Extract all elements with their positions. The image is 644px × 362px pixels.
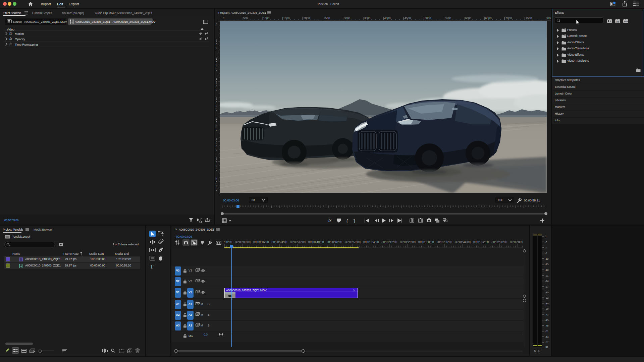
svg-text:0: 0 [216,84,217,88]
svg-text:fx: fx [328,218,332,223]
svg-text:0: 0 [216,128,217,131]
svg-text:-39: -39 [545,307,549,310]
svg-text:0: 0 [216,181,217,184]
svg-text:0: 0 [216,88,217,92]
svg-text:0: 0 [216,64,217,68]
svg-text:32: 32 [616,20,619,23]
svg-text:0: 0 [216,184,217,188]
svg-text:-51: -51 [545,330,549,333]
svg-text:0: 0 [216,164,217,168]
svg-text:5: 5 [216,81,217,84]
svg-text:00:01:36:00: 00:01:36:00 [437,240,452,244]
svg-text:1: 1 [216,77,217,80]
svg-text:00:00:56:00: 00:00:56:00 [345,240,361,244]
svg-text:-12: -12 [545,257,549,260]
svg-text:0: 0 [216,124,217,128]
svg-text:0: 0 [216,168,217,171]
svg-text:-24: -24 [545,280,549,283]
svg-text:4: 4 [216,177,217,180]
svg-text:1: 1 [216,57,217,60]
svg-text:-21: -21 [545,274,549,277]
svg-text:5: 5 [216,39,217,42]
svg-text:2: 2 [216,97,217,100]
svg-text:00:01:28:00: 00:01:28:00 [418,240,434,244]
svg-text:0: 0 [223,16,224,20]
svg-text:00:01:12:00: 00:01:12:00 [382,240,397,244]
svg-text:-3: -3 [545,241,547,244]
svg-text:00:01:20:00: 00:01:20:00 [400,240,416,244]
svg-text:0: 0 [216,43,217,46]
svg-text:0: 0 [216,68,217,71]
svg-text:00:00:40:00: 00:00:40:00 [308,240,324,244]
svg-text:0: 0 [216,148,217,152]
svg-text:-36: -36 [545,302,549,305]
svg-text:0: 0 [216,144,217,148]
svg-text:0: 0 [216,61,217,64]
svg-text:00:01:04:00: 00:01:04:00 [363,240,379,244]
svg-text:-9: -9 [545,252,547,255]
svg-text:dB: dB [545,346,548,349]
svg-text:-42: -42 [545,313,549,316]
svg-text:00:02:08:00: 00:02:08:00 [510,240,523,244]
svg-text:00:00:00:00: 00:00:00:00 [224,240,232,244]
svg-text:500: 500 [243,16,248,20]
svg-text:5: 5 [216,161,217,164]
svg-text:-45: -45 [545,319,549,322]
svg-text:-57: -57 [545,341,549,344]
svg-text:3: 3 [216,137,217,140]
svg-text:YUV: YUV [624,20,628,22]
svg-text:0: 0 [216,22,217,26]
svg-text:-54: -54 [545,336,549,339]
svg-text:00:02:00:00: 00:02:00:00 [492,240,507,244]
svg-text:-33: -33 [545,296,549,299]
svg-text:-18: -18 [545,268,549,272]
svg-text:00:01:44:00: 00:01:44:00 [455,240,471,244]
svg-text:-15: -15 [545,263,549,266]
svg-text:5: 5 [216,121,217,124]
svg-text:8000: 8000 [546,16,551,20]
svg-text:00:00:48:00: 00:00:48:00 [327,240,342,244]
svg-text:0: 0 [216,46,217,50]
svg-text:00:01:52:00: 00:01:52:00 [473,240,489,244]
svg-text:0: 0 [216,141,217,144]
svg-text:3: 3 [216,157,217,160]
svg-text:-27: -27 [545,285,549,288]
svg-text:0: 0 [545,235,546,238]
svg-text:-48: -48 [545,324,549,327]
svg-text:0: 0 [216,108,217,111]
svg-text:-30: -30 [545,291,549,294]
svg-text:0: 0 [216,101,217,104]
svg-text:-6: -6 [545,246,547,249]
svg-text:00:00:16:00: 00:00:16:00 [253,240,269,244]
svg-text:00:00:32:00: 00:00:32:00 [290,240,306,244]
svg-text:00:00:24:00: 00:00:24:00 [272,240,287,244]
svg-text:0: 0 [216,188,217,191]
svg-text:0: 0 [216,104,217,108]
svg-text:00:00:08:00: 00:00:08:00 [235,240,251,244]
svg-text:2: 2 [216,117,217,120]
svg-text:}: } [353,219,356,224]
svg-text:{: { [346,219,348,224]
